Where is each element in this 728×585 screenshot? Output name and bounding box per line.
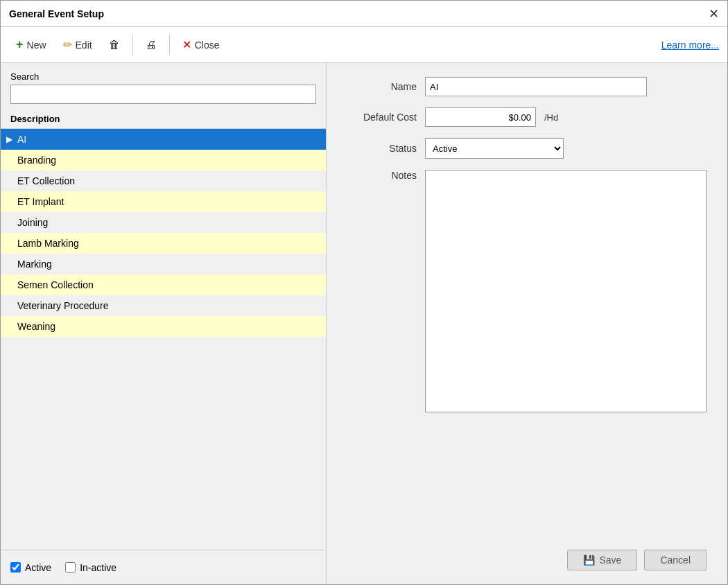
search-label: Search xyxy=(10,71,316,82)
inactive-checkbox[interactable] xyxy=(65,562,76,573)
separator xyxy=(132,35,133,55)
name-row: Name xyxy=(347,77,707,96)
list-item[interactable]: Branding xyxy=(1,150,326,171)
list-item-label: Marking xyxy=(17,259,52,270)
left-panel: Search Description ▶AIBrandingET Collect… xyxy=(1,63,327,584)
list-item-label: Lamb Marking xyxy=(17,238,79,249)
notes-section: Notes xyxy=(347,170,707,532)
print-button[interactable]: 🖨 xyxy=(139,35,164,55)
list-item[interactable]: Semen Collection xyxy=(1,274,326,295)
new-button[interactable]: + New xyxy=(9,34,53,55)
save-label: Save xyxy=(599,555,621,566)
list-item-label: ET Implant xyxy=(17,196,64,207)
search-input[interactable] xyxy=(10,85,316,104)
name-label: Name xyxy=(347,81,417,92)
list-item[interactable]: ET Implant xyxy=(1,191,326,212)
list-item-label: Branding xyxy=(17,155,56,166)
list-container: ▶AIBrandingET CollectionET ImplantJoinin… xyxy=(1,129,326,550)
cost-unit: /Hd xyxy=(544,112,558,123)
active-label: Active xyxy=(25,562,51,573)
list-item[interactable]: Lamb Marking xyxy=(1,233,326,254)
learn-more-link[interactable]: Learn more... xyxy=(661,40,719,51)
close-button[interactable]: ✕ Close xyxy=(175,35,227,55)
edit-button[interactable]: ✏ Edit xyxy=(56,35,99,55)
list-item-label: ET Collection xyxy=(17,175,75,186)
title-bar: General Event Setup ✕ xyxy=(1,1,727,27)
trash-icon: 🗑 xyxy=(109,39,120,51)
list-item[interactable]: ▶AI xyxy=(1,129,326,150)
list-item-label: Veterinary Procedure xyxy=(17,300,109,311)
active-checkbox[interactable] xyxy=(10,562,21,573)
list-item[interactable]: Joining xyxy=(1,212,326,233)
cancel-button[interactable]: Cancel xyxy=(644,550,707,570)
status-label: Status xyxy=(347,143,417,154)
plus-icon: + xyxy=(16,37,24,52)
list-item-label: AI xyxy=(17,134,26,145)
main-window: General Event Setup ✕ + New ✏ Edit 🗑 🖨 ✕… xyxy=(0,0,728,585)
main-content: Search Description ▶AIBrandingET Collect… xyxy=(1,63,727,584)
notes-textarea[interactable] xyxy=(425,170,707,412)
cost-label: Default Cost xyxy=(347,112,417,123)
disk-icon: 💾 xyxy=(583,555,595,566)
selected-arrow-icon: ▶ xyxy=(6,134,12,144)
separator2 xyxy=(169,35,170,55)
list-item-label: Weaning xyxy=(17,321,55,332)
active-checkbox-label[interactable]: Active xyxy=(10,562,51,573)
status-row: Status Active Inactive xyxy=(347,138,707,159)
save-button[interactable]: 💾 Save xyxy=(567,550,637,570)
inactive-label: In-active xyxy=(80,562,116,573)
status-select[interactable]: Active Inactive xyxy=(425,138,564,159)
edit-label: Edit xyxy=(76,40,92,51)
printer-icon: 🖨 xyxy=(146,39,157,51)
toolbar: + New ✏ Edit 🗑 🖨 ✕ Close Learn more... xyxy=(1,27,727,63)
notes-label: Notes xyxy=(347,170,417,181)
cancel-label: Cancel xyxy=(660,555,691,566)
window-close-button[interactable]: ✕ xyxy=(709,8,719,20)
right-panel: Name Default Cost /Hd Status Active Inac… xyxy=(327,63,727,584)
delete-button[interactable]: 🗑 xyxy=(102,35,127,55)
cost-input[interactable] xyxy=(425,107,536,127)
bottom-bar: Active In-active xyxy=(1,550,326,584)
window-title: General Event Setup xyxy=(9,8,104,19)
list-item[interactable]: Weaning xyxy=(1,316,326,337)
list-item-label: Joining xyxy=(17,217,48,228)
cost-row: Default Cost /Hd xyxy=(347,107,707,127)
list-item[interactable]: Marking xyxy=(1,254,326,274)
list-header: Description xyxy=(1,110,326,129)
close-icon: ✕ xyxy=(182,38,191,51)
list-item[interactable]: ET Collection xyxy=(1,171,326,191)
new-label: New xyxy=(27,40,46,51)
inactive-checkbox-label[interactable]: In-active xyxy=(65,562,116,573)
name-input[interactable] xyxy=(425,77,647,96)
search-section: Search xyxy=(1,63,326,110)
pencil-icon: ✏ xyxy=(63,38,72,51)
action-buttons: 💾 Save Cancel xyxy=(347,543,707,570)
list-item-label: Semen Collection xyxy=(17,279,94,290)
list-item[interactable]: Veterinary Procedure xyxy=(1,295,326,316)
close-label: Close xyxy=(195,40,220,51)
